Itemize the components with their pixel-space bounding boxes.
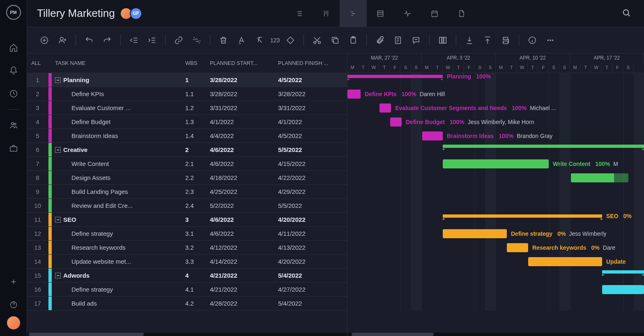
gantt-bar[interactable]: Evaluate Customer Segments and Needs100%… xyxy=(380,104,391,113)
h-scrollbar[interactable] xyxy=(29,333,144,336)
start-cell[interactable]: 5/2/2022 xyxy=(210,202,278,209)
start-cell[interactable]: 3/28/2022 xyxy=(210,76,278,83)
col-start[interactable]: PLANNED START... xyxy=(210,60,278,66)
start-cell[interactable]: 4/28/2022 xyxy=(210,300,278,307)
search-icon[interactable] xyxy=(619,5,634,22)
wbs-cell[interactable]: 3 xyxy=(185,216,210,223)
wbs-cell[interactable]: 4.1 xyxy=(185,286,210,293)
start-cell[interactable]: 3/31/2022 xyxy=(210,104,278,111)
finish-cell[interactable]: 4/29/2022 xyxy=(278,188,347,195)
col-finish[interactable]: PLANNED FINISH ... xyxy=(278,60,347,66)
task-row[interactable]: 3Evaluate Customer ...1.23/31/20223/31/2… xyxy=(27,101,347,115)
wbs-cell[interactable]: 1.3 xyxy=(185,118,210,125)
link-icon[interactable] xyxy=(171,33,186,48)
gantt-bar[interactable] xyxy=(602,285,644,294)
member-avatars[interactable]: GP xyxy=(122,7,142,20)
col-wbs[interactable]: WBS xyxy=(185,60,210,66)
add-user-icon[interactable] xyxy=(55,33,70,48)
task-row[interactable]: 9Build Landing Pages2.34/25/20224/29/202… xyxy=(27,185,347,199)
task-row[interactable]: 14Update website met...3.34/14/20224/20/… xyxy=(27,255,347,269)
gantt-bar[interactable]: Define Budget100%Jess Wimberly, Mike Hor… xyxy=(390,117,402,127)
task-name-cell[interactable]: Define Budget xyxy=(52,118,185,125)
task-name-cell[interactable]: −Planning xyxy=(52,76,185,83)
col-name[interactable]: TASK NAME xyxy=(52,60,185,66)
user-avatar[interactable] xyxy=(7,316,20,329)
task-name-cell[interactable]: −Adwords xyxy=(52,272,185,279)
task-row[interactable]: 6−Creative24/6/20225/5/2022 xyxy=(27,143,347,157)
task-row[interactable]: 7Write Content2.14/6/20224/15/2022 xyxy=(27,157,347,171)
comment-icon[interactable] xyxy=(409,33,423,48)
start-cell[interactable]: 4/18/2022 xyxy=(210,174,278,181)
finish-cell[interactable]: 4/20/2022 xyxy=(278,258,347,265)
start-cell[interactable]: 4/1/2022 xyxy=(210,118,278,125)
clear-format-icon[interactable] xyxy=(252,33,267,48)
finish-cell[interactable]: 5/5/2022 xyxy=(278,202,347,209)
collapse-icon[interactable]: − xyxy=(55,273,61,278)
wbs-cell[interactable]: 2.4 xyxy=(185,202,210,209)
wbs-cell[interactable]: 2.1 xyxy=(185,160,210,167)
task-row[interactable]: 5Brainstorm Ideas1.44/4/20224/5/2022 xyxy=(27,129,347,143)
task-name-cell[interactable]: Build Landing Pages xyxy=(52,188,185,195)
view-board-icon[interactable] xyxy=(313,0,340,27)
gantt-bar[interactable]: Update xyxy=(528,257,602,266)
view-activity-icon[interactable] xyxy=(394,0,421,27)
undo-icon[interactable] xyxy=(82,33,97,48)
finish-cell[interactable]: 4/5/2022 xyxy=(278,76,347,83)
milestone-icon[interactable] xyxy=(283,33,298,48)
notes-icon[interactable] xyxy=(391,33,405,48)
delete-icon[interactable] xyxy=(216,33,231,48)
task-name-cell[interactable]: Review and Edit Cre... xyxy=(52,202,185,209)
finish-cell[interactable]: 3/28/2022 xyxy=(278,90,347,97)
start-cell[interactable]: 4/6/2022 xyxy=(210,230,278,237)
columns-icon[interactable] xyxy=(435,33,450,48)
indent-icon[interactable] xyxy=(145,33,159,48)
outdent-icon[interactable] xyxy=(126,33,141,48)
import-icon[interactable] xyxy=(462,33,477,48)
task-name-cell[interactable]: Design Assets xyxy=(52,174,185,181)
finish-cell[interactable]: 4/15/2022 xyxy=(278,160,347,167)
gantt-bar[interactable]: Brainstorm Ideas100%Brandon Gray xyxy=(422,131,443,140)
start-cell[interactable]: 4/6/2022 xyxy=(210,216,278,223)
wbs-cell[interactable]: 1.2 xyxy=(185,104,210,111)
copy-icon[interactable] xyxy=(328,33,343,48)
wbs-cell[interactable]: 3.1 xyxy=(185,230,210,237)
collapse-icon[interactable]: − xyxy=(55,217,61,223)
gantt-bar[interactable]: Define KPIs100%Daren Hill xyxy=(347,90,361,99)
task-row[interactable]: 10Review and Edit Cre...2.45/2/20225/5/2… xyxy=(27,199,347,213)
finish-cell[interactable]: 4/5/2022 xyxy=(278,132,347,139)
start-cell[interactable]: 4/6/2022 xyxy=(210,160,278,167)
start-cell[interactable]: 4/21/2022 xyxy=(210,272,278,279)
app-logo[interactable]: PM xyxy=(6,5,21,20)
wbs-cell[interactable]: 1.4 xyxy=(185,132,210,139)
task-name-cell[interactable]: Define strategy xyxy=(52,286,185,293)
task-row[interactable]: 16Define strategy4.14/21/20224/27/2022 xyxy=(27,283,347,297)
gantt-bar[interactable] xyxy=(571,173,628,182)
briefcase-icon[interactable] xyxy=(0,137,27,160)
gantt-bar[interactable]: SEO0% xyxy=(443,214,602,218)
task-row[interactable]: 13Research keywords3.24/12/20224/13/2022 xyxy=(27,241,347,255)
finish-cell[interactable]: 5/4/2022 xyxy=(278,300,347,307)
gantt-h-scrollbar[interactable] xyxy=(352,333,434,336)
gantt-bar[interactable] xyxy=(443,145,644,148)
gantt-bar[interactable]: Write Content100%M xyxy=(443,159,549,168)
finish-cell[interactable]: 3/31/2022 xyxy=(278,104,347,111)
start-cell[interactable]: 4/21/2022 xyxy=(210,286,278,293)
info-icon[interactable] xyxy=(525,33,540,48)
gantt-bar[interactable] xyxy=(602,270,644,274)
export-icon[interactable] xyxy=(480,33,495,48)
task-name-cell[interactable]: −Creative xyxy=(52,146,185,153)
task-row[interactable]: 12Define strategy3.14/6/20224/11/2022 xyxy=(27,227,347,241)
task-row[interactable]: 2Define KPIs1.13/28/20223/28/2022 xyxy=(27,87,347,101)
gantt-bar[interactable]: Planning100% xyxy=(347,75,443,78)
number-icon[interactable]: 123 xyxy=(270,33,280,48)
wbs-cell[interactable]: 3.2 xyxy=(185,244,210,251)
finish-cell[interactable]: 5/5/2022 xyxy=(278,146,347,153)
col-all[interactable]: ALL xyxy=(27,60,48,66)
home-icon[interactable] xyxy=(0,36,27,59)
wbs-cell[interactable]: 4.2 xyxy=(185,300,210,307)
collapse-icon[interactable]: − xyxy=(55,147,61,153)
unlink-icon[interactable] xyxy=(189,33,204,48)
redo-icon[interactable] xyxy=(100,33,115,48)
print-icon[interactable] xyxy=(498,33,513,48)
add-task-icon[interactable] xyxy=(37,33,52,48)
